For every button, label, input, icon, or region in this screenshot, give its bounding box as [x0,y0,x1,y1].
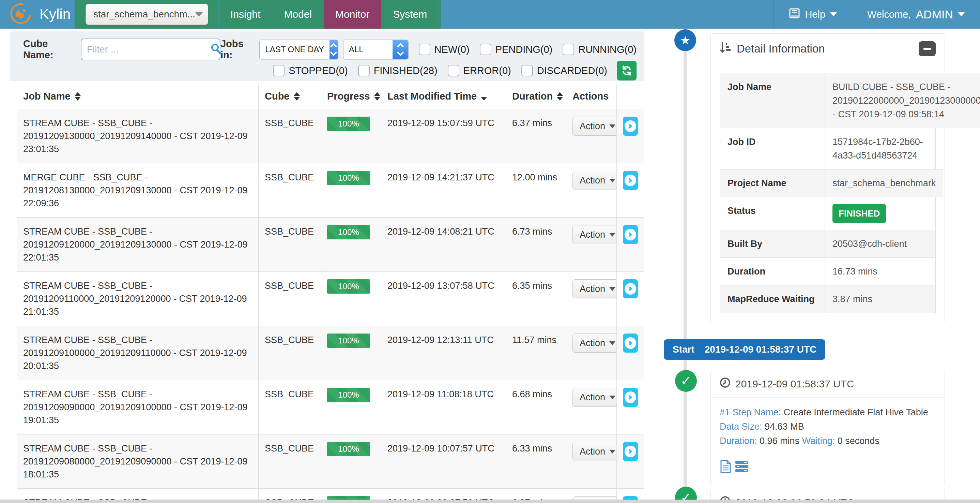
book-icon [789,8,800,21]
last-modified-cell: 2019-12-09 11:08:18 UTC [381,380,506,434]
action-dropdown-button[interactable]: Action [573,225,616,244]
checkbox-discarded[interactable] [521,65,533,77]
horizontal-scrollbar[interactable] [0,500,980,503]
progress-label: 100% [338,442,359,456]
step1-time: 2019-12-09 01:58:37 UTC [735,378,854,390]
help-menu[interactable]: Help [773,0,852,29]
filter-checkbox-running: RUNNING(0) [563,44,636,55]
main-tabs: Insight Model Monitor System [218,0,439,29]
action-dropdown-button[interactable]: Action [573,171,616,190]
actions-cell: Action [566,109,616,163]
progress-label: 100% [338,117,359,130]
cube-filter-input[interactable] [87,44,210,55]
header-duration[interactable]: Duration [506,84,566,109]
actions-cell: Action [566,217,616,272]
duration-cell: 12.00 mins [506,163,566,217]
job-name-cell: STREAM CUBE - SSB_CUBE - 20191209080000_… [17,434,258,489]
detail-project-label: Project Name [720,169,825,197]
checkbox-pending-label: PENDING(0) [495,44,553,55]
timeline-star-marker: ★ [675,29,696,51]
log-file-icon[interactable] [720,460,731,475]
collapse-panel-button[interactable] [919,41,936,56]
checkbox-stopped[interactable] [273,65,285,77]
detail-information-panel: Detail Information Job NameBUILD CUBE - … [711,34,945,322]
chevron-circle-right-icon [625,120,636,132]
action-dropdown-button[interactable]: Action [573,279,616,299]
progress-cell: 100% [321,434,381,489]
header-last-modified[interactable]: Last Modified Time [381,84,506,109]
progress-cell: 100% [321,217,381,272]
header-cube[interactable]: Cube [258,84,321,109]
cube-filter-field [81,38,221,61]
job-name-cell: STREAM CUBE - SSB_CUBE - 20191209130000_… [17,109,258,163]
checkbox-pending[interactable] [480,44,492,55]
action-dropdown-button[interactable]: Action [573,442,616,461]
time-range-select[interactable]: LAST ONE DAY [259,40,338,59]
job-detail-button[interactable] [623,171,638,190]
mr-counters-icon[interactable] [735,460,749,475]
checkbox-finished[interactable] [358,65,370,77]
header-progress[interactable]: Progress [321,84,381,109]
last-modified-cell: 2019-12-09 15:07:59 UTC [381,109,506,163]
job-name-cell: STREAM CUBE - SSB_CUBE - 20191209120000_… [17,217,258,272]
cube-cell: SSB_CUBE [258,326,321,380]
action-dropdown-button[interactable]: Action [573,334,616,353]
tab-system[interactable]: System [381,0,439,29]
progress-label: 100% [338,388,359,401]
progress-cell: 100% [321,380,381,434]
progress-bar: 100% [327,225,370,240]
job-detail-button[interactable] [623,442,638,461]
refresh-button[interactable] [617,61,636,80]
kylin-logo-icon [10,2,32,26]
step1-name-line: #1 Step Name: Create Intermediate Flat H… [720,405,936,420]
actions-cell: Action [566,163,616,217]
detail-duration-label: Duration [720,257,825,285]
sort-icon [294,92,300,101]
detail-mr-waiting-label: MapReduce Waiting [720,285,825,313]
detail-table: Job NameBUILD CUBE - SSB_CUBE - 20190122… [720,73,936,313]
expand-cell [616,434,644,489]
checkbox-new[interactable] [419,44,430,55]
job-detail-button[interactable] [623,334,638,353]
progress-bar: 100% [327,442,370,456]
chevron-circle-right-icon [625,229,636,240]
sort-amount-icon [720,42,731,56]
job-detail-button[interactable] [623,117,638,136]
scope-select[interactable]: ALL [343,40,409,59]
expand-cell [616,380,644,434]
navbar-right: Help Welcome, ADMIN [773,0,980,29]
checkbox-error[interactable] [448,65,459,77]
tab-model[interactable]: Model [272,0,323,29]
action-label: Action [580,337,605,350]
checkbox-stopped-label: STOPPED(0) [289,65,348,77]
detail-built-by-label: Built By [720,230,825,257]
table-row: STREAM CUBE - SSB_CUBE - 20191209120000_… [17,217,644,272]
action-dropdown-button[interactable]: Action [573,117,616,136]
header-job-name[interactable]: Job Name [17,84,258,109]
actions-cell: Action [566,272,616,326]
step1-duration-line: Duration: 0.96 mins Waiting: 0 seconds [720,434,936,448]
select-stepper-icon [329,40,338,59]
step1-check-marker: ✓ [675,370,697,392]
job-detail-button[interactable] [623,388,638,407]
job-detail-button[interactable] [623,225,638,244]
detail-job-id-label: Job ID [720,128,825,169]
table-row: STREAM CUBE - SSB_CUBE - 20191209080000_… [17,434,644,489]
user-menu[interactable]: Welcome, ADMIN [852,0,980,29]
job-name-cell: STREAM CUBE - SSB_CUBE - 20191209090000_… [17,380,258,434]
action-dropdown-button[interactable]: Action [573,388,616,407]
checkbox-new-label: NEW(0) [434,44,469,55]
duration-cell: 6.73 mins [506,217,566,272]
check-icon: ✓ [681,374,691,388]
filter-checkbox-finished: FINISHED(28) [358,65,438,77]
chevron-down-icon [609,179,616,182]
tab-monitor[interactable]: Monitor [323,0,381,29]
checkbox-running[interactable] [563,44,574,55]
refresh-icon [621,65,632,76]
project-selector[interactable]: star_schema_benchm... [86,4,208,25]
sort-icon [557,92,563,101]
job-detail-button[interactable] [623,279,638,299]
tab-insight[interactable]: Insight [218,0,272,29]
help-label: Help [805,9,825,20]
chevron-circle-right-icon [625,446,636,457]
